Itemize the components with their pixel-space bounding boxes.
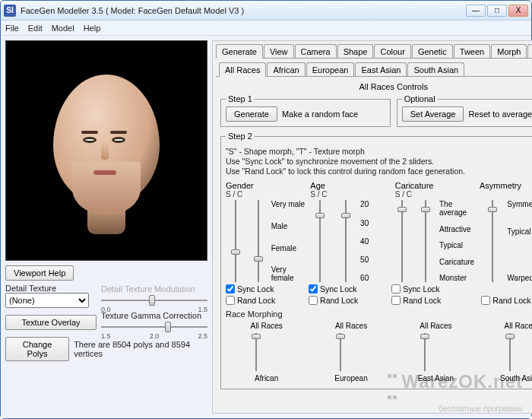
step2-group: Step 2 "S" - Shape morph, "T" - Texture … xyxy=(220,132,532,389)
caricature-slider-s[interactable] xyxy=(391,200,412,282)
tab-tween[interactable]: Tween xyxy=(454,44,490,59)
tab-colour[interactable]: Colour xyxy=(374,44,410,59)
titlebar: SI FaceGen Modeller 3.5 ( Model: FaceGen… xyxy=(1,1,531,21)
caricature-sync-lock[interactable]: Sync Lock xyxy=(391,284,478,294)
race-slider-southasian[interactable] xyxy=(509,333,532,371)
poly-info: There are 8504 polys and 8594 vertices xyxy=(74,340,207,358)
step1-group: Step 1 Generate Make a random face xyxy=(220,94,391,127)
reset-label: Reset to average face xyxy=(468,110,532,119)
tab-photofit[interactable]: PhotoFit xyxy=(527,44,532,59)
generate-button[interactable]: Generate xyxy=(226,106,277,122)
detail-mod-label: Detail Texture Modulation xyxy=(101,284,207,294)
menu-model[interactable]: Model xyxy=(52,24,74,33)
random-face-label: Make a random face xyxy=(282,110,358,119)
hint-line-3: Use "Rand Lock" to lock this control dur… xyxy=(226,167,532,176)
detail-texture-select[interactable]: (None) xyxy=(5,293,89,308)
subtab-east-asian[interactable]: East Asian xyxy=(355,62,407,77)
gender-sync-lock[interactable]: Sync Lock xyxy=(226,284,306,294)
hint-line-1: "S" - Shape morph, "T" - Texture morph xyxy=(226,147,532,157)
subtab-south-asian[interactable]: South Asian xyxy=(407,62,464,77)
main-tabs: Generate View Camera Shape Colour Geneti… xyxy=(213,41,532,59)
optional-group: Optional Set Average Reset to average fa… xyxy=(397,94,532,127)
maximize-button[interactable]: □ xyxy=(487,5,507,17)
caricature-rand-lock[interactable]: Rand Lock xyxy=(391,296,478,305)
subtab-all-races[interactable]: All Races xyxy=(219,62,266,77)
sub-tabs: All Races African European East Asian So… xyxy=(213,59,532,77)
tab-shape[interactable]: Shape xyxy=(337,44,374,59)
app-icon: SI xyxy=(4,5,16,17)
asymmetry-rand-lock[interactable]: Rand Lock xyxy=(481,296,532,305)
viewport-help-button[interactable]: Viewport Help xyxy=(5,265,74,281)
menubar: File Edit Model Help xyxy=(1,21,531,36)
age-slider-s[interactable] xyxy=(309,200,331,282)
subtab-european[interactable]: European xyxy=(306,62,355,77)
detail-texture-label: Detail Texture xyxy=(5,284,97,293)
window-title: FaceGen Modeller 3.5 ( Model: FaceGen De… xyxy=(21,6,466,15)
age-slider-c[interactable] xyxy=(334,200,357,282)
gamma-slider[interactable]: 1.52.02.5 xyxy=(101,320,207,334)
tab-genetic[interactable]: Genetic xyxy=(412,44,453,59)
set-average-button[interactable]: Set Average xyxy=(402,106,464,122)
viewport-3d[interactable] xyxy=(5,40,207,261)
menu-edit[interactable]: Edit xyxy=(28,24,43,33)
race-morphing-label: Race Morphing xyxy=(226,309,532,319)
race-slider-eastasian[interactable] xyxy=(424,333,447,371)
menu-help[interactable]: Help xyxy=(84,24,101,33)
tab-view[interactable]: View xyxy=(264,44,294,59)
age-sync-lock[interactable]: Sync Lock xyxy=(309,284,388,294)
tab-generate[interactable]: Generate xyxy=(216,44,263,59)
race-slider-african[interactable] xyxy=(255,333,278,371)
tab-camera[interactable]: Camera xyxy=(295,44,337,59)
race-slider-european[interactable] xyxy=(340,333,363,371)
change-polys-button[interactable]: Change Polys xyxy=(5,337,69,361)
face-model xyxy=(49,75,163,227)
gender-slider-s[interactable] xyxy=(226,200,245,282)
close-button[interactable]: X xyxy=(508,5,528,17)
menu-file[interactable]: File xyxy=(5,24,19,33)
hint-line-2: Use "Sync Lock" to synchronize movement … xyxy=(226,157,532,167)
tab-morph[interactable]: Morph xyxy=(491,44,527,59)
asymmetry-slider[interactable] xyxy=(481,200,504,282)
controls-title: All Races Controls xyxy=(220,82,532,91)
gender-slider-c[interactable] xyxy=(249,200,268,282)
caricature-slider-c[interactable] xyxy=(416,200,436,282)
texture-overlay-button[interactable]: Texture Overlay xyxy=(5,315,97,330)
minimize-button[interactable]: — xyxy=(466,5,486,17)
age-rand-lock[interactable]: Rand Lock xyxy=(309,296,388,305)
gender-rand-lock[interactable]: Rand Lock xyxy=(226,296,306,305)
subtab-african[interactable]: African xyxy=(267,62,305,77)
detail-mod-slider: 0.01.5 xyxy=(101,294,207,307)
